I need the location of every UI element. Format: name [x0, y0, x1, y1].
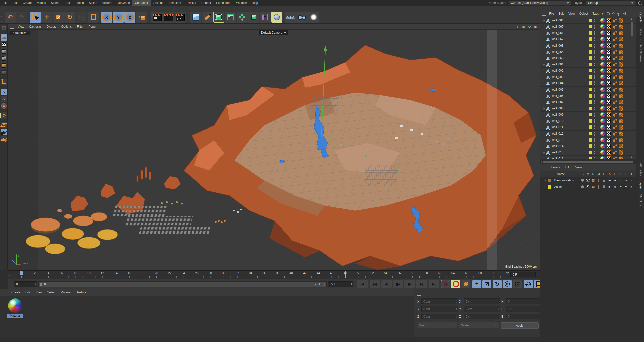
object-row[interactable]: – wall_003 [540, 74, 636, 80]
uvw-tag-icon[interactable] [607, 68, 611, 73]
planar-workplane-button[interactable]: C [1, 136, 7, 142]
material-menu-item[interactable]: Create [9, 289, 23, 296]
uvw-tag-icon[interactable] [607, 100, 611, 104]
uvw-tag-icon[interactable] [607, 119, 611, 123]
menu-item[interactable]: Mesh [74, 0, 86, 6]
goto-start-button[interactable]: |◀ [357, 280, 368, 288]
visibility-dots[interactable] [594, 19, 595, 22]
phong-tag-icon[interactable] [613, 150, 617, 155]
generators-toggle[interactable]: ◈ [612, 179, 618, 182]
deformers-toggle[interactable]: ▱ [618, 185, 623, 188]
object-row[interactable]: – wall_010 [540, 118, 636, 124]
move-tool-button[interactable]: + [41, 12, 52, 23]
viewport-menu-item[interactable]: Display [44, 24, 59, 29]
toggle-view-icon[interactable]: ▣ [533, 24, 538, 29]
rotate-view-icon[interactable]: ↻ [527, 24, 532, 29]
position-field[interactable]: 0 cm▴▾ [421, 298, 458, 304]
phong-tag-icon[interactable] [613, 125, 617, 130]
zoom-view-icon[interactable]: ◎ [521, 24, 526, 29]
menu-item[interactable]: Spline [86, 0, 100, 6]
range-end-grip[interactable]: || [323, 282, 325, 286]
rect-selection-button[interactable] [88, 12, 99, 23]
visibility-dots[interactable] [594, 138, 595, 142]
uvw-tag-icon[interactable] [607, 112, 611, 117]
object-row[interactable]: – wall_002 [540, 68, 636, 74]
object-row[interactable]: – wall_066 [540, 17, 636, 24]
viewport-menu-item[interactable]: Filter [74, 24, 86, 29]
object-row[interactable]: – wall_065 [540, 55, 636, 61]
generators-toggle[interactable]: ◈ [612, 185, 618, 188]
visibility-dots[interactable] [594, 56, 595, 60]
uvw-tag-icon[interactable] [607, 131, 611, 136]
object-row[interactable]: – wall_005 [540, 87, 636, 93]
material-menu-icon[interactable] [3, 291, 6, 294]
workplane-mode-button[interactable] [1, 79, 7, 86]
viewport-menu-item[interactable]: Options [59, 24, 74, 29]
phong-tag-icon[interactable] [613, 119, 617, 123]
visibility-dots[interactable] [594, 63, 595, 66]
phong-tag-icon[interactable] [613, 62, 617, 67]
key-position-button[interactable]: + [472, 280, 481, 288]
texture-tag-icon[interactable] [600, 62, 605, 67]
spinner-arrows-icon[interactable]: ▴▾ [456, 300, 457, 303]
selection-tag-icon[interactable] [619, 87, 623, 92]
lock-x-axis-button[interactable]: X [101, 12, 112, 23]
layer-color-chip[interactable] [589, 88, 592, 91]
scene-3d[interactable] [8, 30, 540, 270]
texture-tag-icon[interactable] [600, 56, 605, 60]
enable-snap-button[interactable]: S [1, 89, 7, 95]
animation-toggle[interactable]: ▶ [607, 185, 613, 188]
subdivision-surface-button[interactable] [213, 12, 224, 23]
camera-label[interactable]: Default Camera ❖ [259, 30, 289, 35]
scrollbar-thumb[interactable] [631, 22, 633, 36]
quantize-button[interactable]: U [1, 112, 7, 119]
volume-builder-button[interactable] [225, 12, 236, 23]
spinner-arrows-icon[interactable]: ▴▾ [533, 273, 534, 276]
lock-toggle[interactable] [601, 185, 607, 188]
rotation-field[interactable]: 0 °▴▾ [506, 298, 543, 304]
layout-dropdown[interactable]: Startup [586, 1, 636, 5]
object-row[interactable]: – wall_011 [540, 124, 636, 131]
layer-color-chip[interactable] [589, 151, 592, 154]
render-settings-button[interactable] [175, 12, 186, 23]
deformer-button[interactable] [271, 12, 282, 23]
lock-y-axis-button[interactable]: Y [113, 12, 124, 23]
next-frame-button[interactable]: |▶ [404, 280, 415, 288]
object-name[interactable]: wall_066 [552, 19, 589, 22]
texture-tag-icon[interactable] [600, 112, 605, 117]
object-row[interactable]: – wall_007 [540, 99, 636, 105]
texture-tag-icon[interactable] [600, 37, 605, 41]
phong-tag-icon[interactable] [613, 138, 617, 142]
layers-menu-item[interactable]: Edit [562, 164, 573, 171]
phong-tag-icon[interactable] [613, 156, 617, 159]
object-manager-menu-item[interactable]: Object [577, 11, 590, 16]
add-object-icon[interactable]: + [622, 12, 626, 15]
phong-tag-icon[interactable] [613, 18, 617, 23]
texture-tag-icon[interactable] [600, 31, 605, 35]
material-menu-item[interactable]: Edit [23, 289, 33, 296]
visibility-dots[interactable] [594, 75, 595, 79]
uvw-tag-icon[interactable] [607, 125, 611, 130]
sound-button[interactable] [524, 280, 533, 288]
frame-field[interactable]: 0 F ▴▾ [510, 272, 536, 277]
apply-button[interactable]: Apply [501, 322, 539, 329]
texture-tag-icon[interactable] [600, 50, 605, 54]
layer-color-chip[interactable] [548, 179, 551, 182]
texture-tag-icon[interactable] [600, 18, 605, 23]
node-space-dropdown[interactable]: Current (Standard/Physical) [509, 1, 571, 5]
key-scale-button[interactable] [482, 280, 491, 288]
redo-button[interactable]: ↷ [16, 12, 27, 23]
menu-item[interactable]: Render [199, 0, 214, 6]
layer-color-chip[interactable] [589, 100, 592, 104]
object-name[interactable]: wall_005 [552, 88, 589, 91]
object-list-scrollbar[interactable]: ▲ ▼ [630, 18, 634, 158]
uvw-tag-icon[interactable] [607, 81, 611, 86]
prev-key-button[interactable]: |◀ [370, 280, 380, 288]
phong-tag-icon[interactable] [613, 144, 617, 148]
layers-menu-item[interactable]: Layers [548, 164, 562, 171]
object-row[interactable]: – wall_067 [540, 24, 636, 30]
object-name[interactable]: wall_003 [552, 75, 589, 79]
object-name[interactable]: wall_061 [552, 31, 589, 35]
layer-color-chip[interactable] [589, 56, 592, 60]
snap-modes-button[interactable]: S [1, 103, 7, 109]
